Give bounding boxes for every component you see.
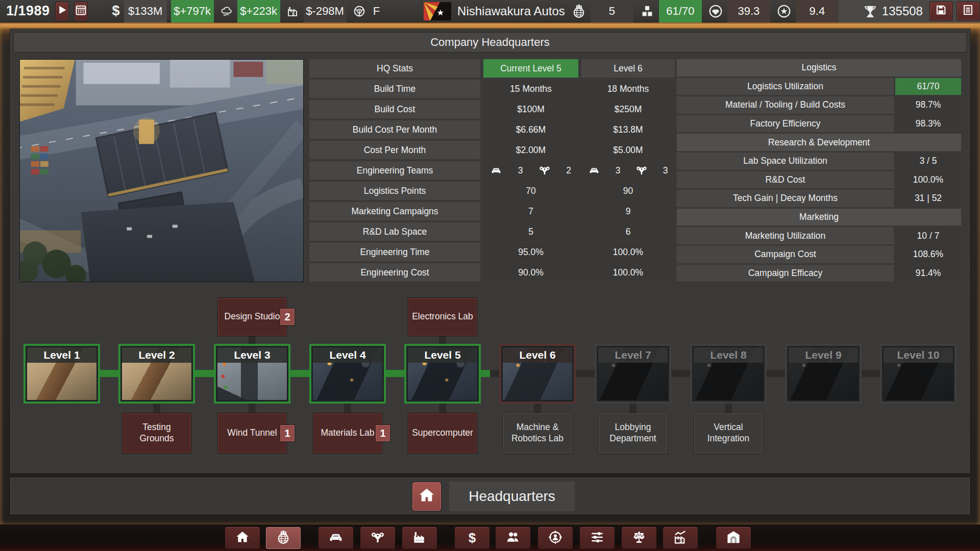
row-label: Engineering Time [309,243,480,261]
level-label: Level 4 [313,347,382,363]
row-value: 61/70 [895,78,961,95]
toolbar-settings-button[interactable] [579,527,615,549]
logistics-section-header: Logistics [677,59,961,77]
toolbar-economy-button[interactable] [663,527,698,549]
level-node-8[interactable]: Level 8 [690,344,767,404]
car-team-count: 3 [608,161,627,180]
toolbar-factories-button[interactable] [402,527,437,549]
level-label: Level 7 [598,347,668,363]
level-node-1[interactable]: Level 1 [23,344,100,404]
hq-photo-art [20,60,303,282]
row-label: Engineering Teams [309,161,480,180]
toolbar-legal-button[interactable] [621,527,657,549]
row-label: Campaign Cost [677,246,894,263]
level-node-4[interactable]: Level 4 [309,344,386,404]
toolbar-staff-button[interactable] [495,527,531,549]
engineering-teams-current: 3 2 [483,161,578,180]
factory-dollar-icon [286,5,300,18]
factory-flow-value: $-298M [304,0,347,22]
row-label: R&D Lab Space [309,222,480,241]
target-person-icon [548,530,563,547]
engine-icon [370,530,385,547]
row-next: 6 [581,222,675,241]
dollar-icon: $ [112,3,120,19]
home-icon [235,530,250,547]
row-label: Build Cost Per Month [309,120,480,139]
level-node-10[interactable]: Level 10 [880,344,957,404]
unlock-lobbying-department[interactable]: Lobbying Department [598,413,668,454]
unlock-label: Testing Grounds [125,422,189,444]
calendar-icon [75,4,87,18]
rnd-section-header: Research & Development [677,134,961,151]
tree-connector [439,404,446,413]
row-label: Factory Efficiency [677,115,894,133]
toolbar-vehicles-button[interactable] [318,527,354,549]
play-button[interactable] [55,2,69,21]
level-label: Level 6 [503,347,572,363]
level-node-9[interactable]: Level 9 [785,344,862,404]
people-icon [505,530,521,547]
footer-bar: Headquarters [10,477,970,515]
vehicle-flow-value: $+223k [237,0,280,22]
toolbar-headquarters-button[interactable] [265,527,301,549]
globe-buildings-icon [276,530,291,547]
top-bar: 1/1989 $ $133M $+797k $+223k $-298M F Ni… [0,0,980,22]
level-node-2[interactable]: Level 2 [118,344,195,404]
trophy-icon [862,4,878,19]
unlock-testing-grounds[interactable]: Testing Grounds [122,413,191,454]
report-icon [962,4,974,18]
top-bar-right: 135508 [839,0,980,22]
logistics-value: 61/70 [659,0,702,22]
unlock-materials-lab[interactable]: Materials Lab 1 [313,413,382,454]
row-value: 91.4% [895,265,961,282]
row-next: 90 [581,182,675,200]
unlock-label: Electronics Lab [412,311,473,322]
toolbar-marketing-button[interactable] [537,527,573,549]
row-value: 98.3% [895,115,961,133]
factory-chart-icon [673,530,688,547]
car-icon [581,161,607,180]
home-button[interactable] [412,482,442,511]
unlock-label: Materials Lab [321,428,374,439]
level-label: Level 9 [789,347,858,363]
unlock-wind-tunnel[interactable]: Wind Tunnel 1 [217,413,287,454]
row-current: 70 [483,182,578,200]
row-next: 18 Months [581,80,675,98]
level-node-6[interactable]: Level 6 [499,344,576,404]
engine-team-count: 2 [559,161,578,180]
unlock-label: Machine & Robotics Lab [505,422,570,444]
prestige-value: 39.3 [727,0,770,22]
unlock-label: Lobbying Department [601,422,665,444]
level-label: Level 3 [217,347,287,363]
level-node-5[interactable]: Level 5 [404,344,481,404]
unlock-count-badge: 1 [280,424,295,442]
factory-icon [412,530,427,547]
row-label: Campaign Efficacy [677,265,894,282]
unlock-machine-robotics-lab[interactable]: Machine & Robotics Lab [503,413,572,454]
row-label: R&D Cost [677,171,894,189]
level-node-3[interactable]: Level 3 [214,344,290,404]
engine-icon [532,161,558,180]
unlock-design-studio[interactable]: Design Studio 2 [217,297,287,336]
toolbar-home-button[interactable] [225,527,260,549]
save-button[interactable] [929,2,953,21]
unlock-vertical-integration[interactable]: Vertical Integration [694,413,763,454]
toolbar-finances-button[interactable]: $ [454,527,490,549]
row-value: 100.0% [895,171,961,189]
unlock-label: Vertical Integration [696,422,761,444]
f-badge: F [373,5,380,18]
unlock-electronics-lab[interactable]: Electronics Lab [408,297,477,336]
car-icon [483,161,509,180]
unlock-supercomputer[interactable]: Supercomputer [408,413,477,454]
tree-connector [153,404,160,413]
toolbar-engines-button[interactable] [360,527,396,549]
company-name: Nishiawakura Autos [457,4,565,18]
unlock-label: Wind Tunnel [227,428,277,439]
toolbar-dealerships-button[interactable] [716,527,751,549]
row-current: $6.66M [483,120,578,139]
row-label: Tech Gain | Decay Months [677,190,894,207]
calendar-button[interactable] [74,2,88,21]
tree-connector [534,404,541,413]
report-button[interactable] [957,2,980,21]
level-node-7[interactable]: Level 7 [595,344,671,404]
